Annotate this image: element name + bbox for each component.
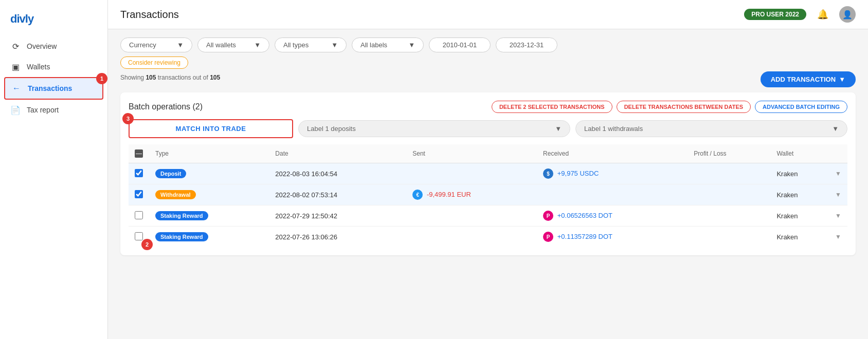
sidebar-item-label: Tax report [27,106,59,114]
wallets-chevron-icon: ▼ [254,41,261,49]
label-withdrawals-chevron-icon: ▼ [832,125,839,133]
date-from-filter[interactable]: 2010-01-01 [429,37,491,52]
type-badge: Staking Reward [155,211,208,220]
tax-report-icon: 📄 [10,105,21,115]
type-cell: Withdrawal [149,184,269,205]
date-cell: 2022-08-03 16:04:54 [269,163,406,184]
batch-operations-box: Batch operations (2) DELETE 2 SELECTED T… [120,92,856,255]
dot-icon: P [543,211,553,221]
dot-icon: P [543,232,553,242]
received-cell [537,184,688,205]
types-chevron-icon: ▼ [331,41,338,49]
wallet-column-header: Wallet [770,144,847,163]
types-filter[interactable]: All types ▼ [275,37,347,52]
labels-filter[interactable]: All labels ▼ [352,37,424,52]
types-filter-label: All types [283,41,309,49]
received-column-header: Received [537,144,688,163]
add-transaction-button[interactable]: ADD TRANSACTION ▼ [761,71,856,87]
type-badge: Deposit [155,169,186,178]
annotation-1: 1 [96,73,107,84]
select-all-header[interactable]: — [129,144,149,163]
delete-selected-transactions-button[interactable]: DELETE 2 SELECTED TRANSACTIONS [492,101,612,113]
row-checkbox[interactable] [135,211,143,219]
wallets-filter-label: All wallets [206,41,236,49]
filters-row: Currency ▼ All wallets ▼ All types ▼ All… [120,37,856,52]
sent-cell [406,205,537,227]
wallet-chevron-icon[interactable]: ▼ [835,191,841,198]
profit-cell [688,163,770,184]
received-cell: P +0.06526563 DOT [537,205,688,227]
date-to-filter[interactable]: 2023-12-31 [496,37,557,52]
row-checkbox-cell[interactable] [129,227,149,248]
currency-filter[interactable]: Currency ▼ [120,37,192,52]
wallet-chevron-icon[interactable]: ▼ [835,212,841,219]
table-row: Deposit 2022-08-03 16:04:54 $ +9,975 USD… [129,163,847,184]
sidebar-item-wallets[interactable]: ▣ Wallets [0,56,107,77]
row-checkbox[interactable] [135,169,143,177]
usdc-icon: $ [543,168,553,179]
wallets-filter[interactable]: All wallets ▼ [197,37,269,52]
currency-filter-label: Currency [129,41,156,49]
select-all-checkbox[interactable]: — [135,149,143,158]
row-checkbox[interactable] [135,232,143,240]
header-right: PRO USER 2022 🔔 👤 [744,6,856,23]
match-into-trade-button[interactable]: MATCH INTO TRADE [129,119,293,138]
delete-between-dates-button[interactable]: DELETE TRANSACTIONS BETWEEN DATES [617,101,751,113]
sent-cell: € -9,499.91 EUR [406,184,537,205]
received-value: +0.06526563 DOT [557,212,612,219]
type-badge: Staking Reward [155,232,208,241]
sidebar-item-label: Transactions [28,84,72,92]
date-cell: 2022-07-29 12:50:42 [269,205,406,227]
page-title: Transactions [120,9,179,21]
sidebar-item-transactions[interactable]: ← Transactions 1 [4,77,103,100]
row-checkbox[interactable] [135,190,143,198]
annotation-3: 3 [122,113,134,124]
wallet-chevron-icon[interactable]: ▼ [835,170,841,177]
wallet-name: Kraken [776,212,798,220]
row-checkbox-cell[interactable] [129,163,149,184]
date-cell: 2022-08-02 07:53:14 [269,184,406,205]
sent-cell [406,227,537,248]
table-row: Withdrawal 2022-08-02 07:53:14 € -9,499.… [129,184,847,205]
wallet-chevron-icon[interactable]: ▼ [835,233,841,240]
row-checkbox-cell[interactable] [129,184,149,205]
received-cell: $ +9,975 USDC [537,163,688,184]
type-badge: Withdrawal [155,190,196,199]
batch-actions: DELETE 2 SELECTED TRANSACTIONS DELETE TR… [492,101,847,113]
batch-header-row: Batch operations (2) DELETE 2 SELECTED T… [129,101,847,113]
label-withdrawals-label: Label 1 withdrawals [584,125,643,133]
sidebar-item-label: Overview [27,42,57,50]
table-row: Staking Reward 2022-07-29 12:50:42 P +0.… [129,205,847,227]
advanced-batch-editing-button[interactable]: ADVANCED BATCH EDITING [755,101,847,113]
profit-cell [688,184,770,205]
wallet-cell: Kraken ▼ [770,205,847,227]
sidebar-item-tax-report[interactable]: 📄 Tax report [0,100,107,120]
received-cell: P +0.11357289 DOT [537,227,688,248]
type-cell: Staking Reward [149,227,269,248]
avatar[interactable]: 👤 [839,6,856,23]
label-deposits-dropdown[interactable]: Label 1 deposits ▼ [298,120,570,137]
sidebar-item-overview[interactable]: ⟳ Overview [0,36,107,56]
type-cell: Deposit [149,163,269,184]
date-column-header: Date [269,144,406,163]
consider-reviewing-badge[interactable]: Consider reviewing [120,56,188,69]
row-checkbox-cell[interactable] [129,205,149,227]
showing-info: Showing 105 transactions out of 105 [120,74,220,81]
sidebar: divly ⟳ Overview ▣ Wallets ← Transaction… [0,0,108,339]
table-header-row: — Type Date Sent Received Profit / Loss … [129,144,847,163]
date-cell: 2022-07-26 13:06:26 [269,227,406,248]
label-withdrawals-dropdown[interactable]: Label 1 withdrawals ▼ [575,120,847,137]
transactions-table: — Type Date Sent Received Profit / Loss … [129,144,847,247]
wallet-icon: ▣ [10,62,21,72]
label-deposits-chevron-icon: ▼ [555,125,562,133]
notification-icon[interactable]: 🔔 [815,6,831,23]
profit-loss-column-header: Profit / Loss [688,144,770,163]
wallet-cell: Kraken ▼ [770,184,847,205]
sent-value: -9,499.91 EUR [427,191,471,198]
content-area: Currency ▼ All wallets ▼ All types ▼ All… [108,29,868,339]
received-value: +0.11357289 DOT [557,233,612,240]
transactions-table-wrapper: — Type Date Sent Received Profit / Loss … [129,144,847,247]
profit-cell [688,227,770,248]
type-column-header: Type [149,144,269,163]
type-cell: Staking Reward [149,205,269,227]
